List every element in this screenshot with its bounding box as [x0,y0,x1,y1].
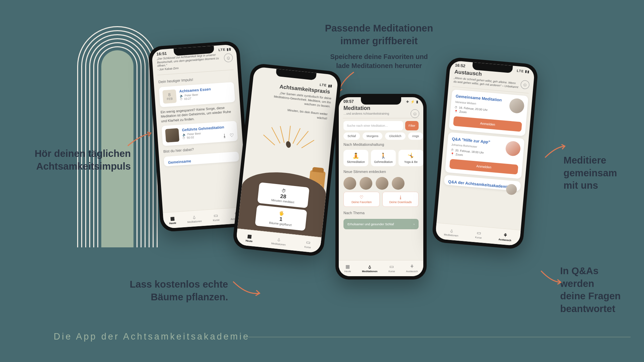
event-card[interactable]: Gemeinsame Meditation Vanessa Welsen ⏱16… [449,89,529,136]
downloads-button[interactable]: ⭳Deine Downloads [382,192,419,207]
phone-meditation: 09:57 ✈ ⚡ ▮ Meditation …und anderes Acht… [335,94,427,280]
posture-tile[interactable]: 🧘Sitzmeditation [343,150,368,166]
nav-kurse[interactable]: ▭Kurse [212,213,219,222]
plant-icon: 🖐 [278,210,284,216]
clock-icon: ⏱ [182,136,186,140]
annot-meditate-together: Meditiere gemeinsam mit uns [564,154,641,192]
bottom-nav: ⍙Meditationen ▭Kurse ⚘Austausch [435,223,521,246]
heart-icon: ♡ [345,195,378,200]
voice-avatar[interactable] [343,177,356,190]
course-icon: ▭ [214,213,218,218]
clock: 09:57 [343,99,354,104]
nav-meditationen[interactable]: ⍙Meditationen [444,227,459,237]
stat-trees: 🖐 1 Bäume gepflanzt [255,205,307,231]
bottom-nav: ▦Heute ⍙Meditationen ▭Kurse ⚘Austausch [339,260,423,276]
download-icon: ⭳ [384,195,417,200]
nav-meditationen[interactable]: ⍙Meditationen [362,264,377,273]
meditation-card[interactable]: Geführte Gehmeditation 🔈Peter Beer ⏱50:0… [162,121,238,146]
svg-line-0 [288,126,290,142]
clock-icon: ⏱ [180,97,183,101]
course-icon: ▭ [389,264,394,269]
posture-tile[interactable]: 🤸Yoga & Be [398,150,423,166]
download-icon[interactable]: ⭳ [222,133,227,138]
theme-item[interactable]: Erholsamer und gesunder Schlaf› [343,219,419,229]
yoga-icon: 🤸 [400,153,422,159]
clock-icon: ⏱ [454,106,458,109]
arrow-icon [543,144,567,161]
annot-qa: In Q&As werden deine Fragen beantwortet [560,265,641,315]
event-card[interactable]: Q&A "Hilfe zur App" Johanna Rohrmoser ⏱2… [445,132,525,179]
stat-minutes: ⏱ 28 Minuten meditiert [257,182,310,208]
course-icon: ▭ [306,239,311,245]
location-icon: 📍 [454,110,458,113]
chip[interactable]: Morgens [363,132,382,140]
sit-icon: 🧘 [345,153,367,159]
page-title: Meditation [339,104,423,112]
arrow-icon [126,131,153,151]
decorative-arch [77,13,158,247]
svg-line-3 [263,135,276,145]
nav-heute[interactable]: ▦Heute [344,264,351,273]
meditate-icon: ⍙ [450,228,453,233]
svg-line-4 [302,139,314,149]
sun-icon [260,120,319,152]
timer-icon: ⏱ [281,188,286,193]
calendar-icon: ▦ [247,233,252,239]
section-theme: Nach Thema [339,209,423,217]
meditate-icon: ⍙ [193,214,196,220]
nav-austausch[interactable]: ⚘Austausch [406,264,418,273]
nav-heute[interactable]: ▦Heute [169,216,176,225]
speaker-icon: 🔈 [182,133,186,136]
annot-meditations-title: Passende Meditationen immer griffbereit [305,22,453,47]
chip[interactable]: Glücklich [385,132,406,140]
nav-meditationen[interactable]: ⍙Meditationen [271,236,286,246]
search-input[interactable]: Suche nach einer Meditation… [343,121,403,130]
arrow-icon [539,268,563,285]
svg-line-5 [278,126,286,143]
filter-button[interactable]: Filter [405,121,419,130]
heart-icon[interactable]: ♡ [229,132,234,138]
chip[interactable]: Schlaf [343,132,360,140]
clock-icon: ⏱ [451,148,454,152]
voice-avatar[interactable] [360,177,372,190]
posture-tile[interactable]: 🚶Gehmeditation [371,150,396,166]
calendar-icon: ▦ [345,264,350,269]
track-thumb [165,128,179,142]
walk-icon: 🚶 [372,153,394,159]
nav-kurse[interactable]: ▭Kurse [475,230,482,239]
calendar-icon: 8 FEB [162,89,177,104]
nav-kurse[interactable]: ▭Kurse [388,264,395,273]
community-icon: ⚘ [503,232,507,238]
nav-heute[interactable]: ▦Heute [246,233,254,243]
profile-button[interactable]: ☺ [411,109,419,118]
voice-avatar[interactable] [392,177,405,190]
course-icon: ▭ [476,230,481,236]
favorites-button[interactable]: ♡Deine Favoriten [343,192,380,207]
chip[interactable]: Angs [408,132,423,140]
svg-line-1 [270,127,282,143]
meditate-icon: ⍙ [277,236,281,242]
nav-kurse[interactable]: ▭Kurse [304,239,312,249]
svg-point-7 [285,141,291,148]
impulse-card[interactable]: 8 FEB Achtsames Essen 🔈Peter Beer ⏱03:27 [159,82,235,107]
register-button[interactable]: Anmelden [453,116,522,132]
section-voices: Neue Stimmen entdecken [339,168,423,176]
nav-austausch[interactable]: ⚘Austausch [498,232,512,242]
nav-meditationen[interactable]: ⍙Meditationen [187,214,202,224]
calendar-icon: ▦ [170,216,175,221]
annot-meditations-sub: Speichere deine Favoriten und lade Medit… [312,52,446,70]
prompt-text: Ein wenig angespannt? Keine Sorge, diese… [160,105,236,123]
chevron-right-icon: › [414,222,415,226]
clock: 16:52 [455,63,466,68]
mood-chips: Schlaf Morgens Glücklich Angs [343,132,423,140]
location-icon: 📍 [450,152,454,156]
tagline: Die App der Achtsamkeitsakademie [54,331,250,342]
voice-avatar[interactable] [376,177,388,190]
phone-austausch: 16:52 LTE ▮▮ Austausch „Wenn du schnell … [431,57,538,250]
section-posture: Nach Meditationshaltung [339,140,423,148]
annot-daily-impulse: Hör deinen täglichen Achtsamkeitsimpuls [23,147,131,173]
phone-praxis: LTE ▮▮ Achtsamkeitspraxis „Der Samen ste… [232,63,342,257]
meditate-icon: ⍙ [368,264,371,269]
arrow-icon [231,278,262,298]
register-button[interactable]: Anmelden [449,159,519,175]
